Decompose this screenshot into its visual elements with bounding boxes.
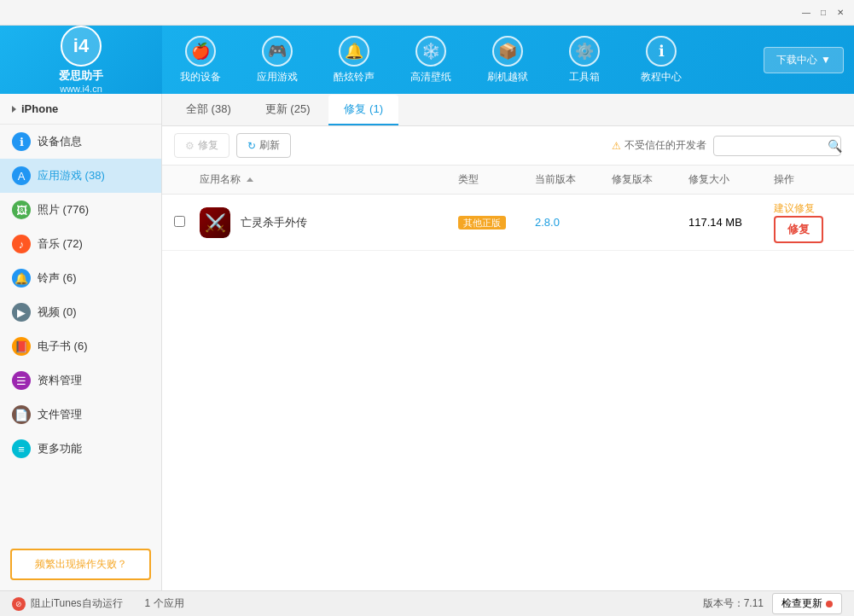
data-mgmt-icon: ☰ [12,371,31,390]
refresh-label: 刷新 [259,138,280,153]
ebook-label: 电子书 (6) [38,339,88,354]
my-device-label: 我的设备 [180,70,221,84]
nav-right: 下载中心 ▼ [764,47,854,73]
version-label: 版本号：7.11 [703,596,764,611]
ringtone-label: 铃声 (6) [38,270,77,286]
type-column-header: 类型 [458,172,535,187]
minimize-button[interactable]: — [799,6,813,20]
check-update-button[interactable]: 检查更新 [772,593,842,614]
device-name: iPhone [21,102,58,115]
file-mgmt-icon: 📄 [12,405,31,424]
name-column-header: 应用名称 [200,172,458,187]
row-fix-size: 117.14 MB [688,216,774,229]
wallpaper-label: 高清壁纸 [410,70,451,84]
logo-icon: i4 [61,26,102,67]
app-games-label: 应用游戏 (38) [38,168,105,183]
sidebar-item-more-func[interactable]: ≡ 更多功能 [0,432,161,466]
sort-arrow-icon [247,177,253,182]
tab-all[interactable]: 全部 (38) [171,95,247,125]
video-icon: ▶ [12,303,31,322]
my-device-icon: 🍎 [185,36,216,67]
logo-name: 爱思助手 [59,68,103,84]
itunes-icon: ⊘ [12,597,26,611]
device-info-icon: ℹ [12,132,31,151]
sidebar-item-ebook[interactable]: 📕 电子书 (6) [0,329,161,363]
sidebar-item-music[interactable]: ♪ 音乐 (72) [0,227,161,261]
nav-tab-jailbreak[interactable]: 📦 刷机越狱 [469,26,546,94]
table-row: ⚔️ 亡灵杀手外传 其他正版 2.8.0 117.14 MB 建议修复 修复 [162,195,854,251]
main-container: iPhone ℹ 设备信息 A 应用游戏 (38) 🖼 照片 (776) ♪ 音… [0,94,854,590]
sidebar-item-app-games[interactable]: A 应用游戏 (38) [0,159,161,193]
status-right: 版本号：7.11 检查更新 [703,593,842,614]
type-badge: 其他正版 [458,216,506,230]
itunes-label: 阻止iTunes自动运行 [31,596,123,611]
nav-tab-tutorials[interactable]: ℹ 教程中心 [623,26,700,94]
refresh-button[interactable]: ↻ 刷新 [236,133,291,158]
sidebar-item-file-mgmt[interactable]: 📄 文件管理 [0,398,161,432]
app-name-label: 亡灵杀手外传 [241,215,307,230]
nav-tab-app-game[interactable]: 🎮 应用游戏 [239,26,316,94]
current-version-header: 当前版本 [535,172,612,187]
header: i4 爱思助手 www.i4.cn 🍎 我的设备 🎮 应用游戏 🔔 酷炫铃声 ❄… [0,26,854,94]
row-checkbox[interactable] [174,216,200,230]
more-func-icon: ≡ [12,439,31,458]
nav-tab-toolbox[interactable]: ⚙️ 工具箱 [546,26,623,94]
row-version: 2.8.0 [535,216,612,229]
toolbox-label: 工具箱 [569,70,600,84]
row-type: 其他正版 [458,216,535,230]
sidebar-item-device-info[interactable]: ℹ 设备信息 [0,125,161,159]
tutorials-label: 教程中心 [641,70,682,84]
triangle-icon [12,106,16,113]
app-count: 1 个应用 [145,596,184,611]
ringtone-icon: 🔔 [12,269,31,288]
sidebar-item-ringtone[interactable]: 🔔 铃声 (6) [0,261,161,295]
untrusted-developer: ⚠ 不受信任的开发者 [612,138,706,153]
tab-repair[interactable]: 修复 (1) [328,95,398,125]
version-text: 2.8.0 [535,216,560,229]
sidebar-item-photos[interactable]: 🖼 照片 (776) [0,193,161,227]
table-header: 应用名称 类型 当前版本 修复版本 修复大小 操作 [162,166,854,195]
repair-toolbar-button[interactable]: ⚙ 修复 [174,133,229,158]
fix-version-header: 修复版本 [612,172,688,187]
nav-tab-ringtone[interactable]: 🔔 酷炫铃声 [316,26,392,94]
fix-size-header: 修复大小 [688,172,774,187]
tab-bar: 全部 (38)更新 (25)修复 (1) [162,94,854,126]
jailbreak-icon: 📦 [492,36,523,67]
device-info-label: 设备信息 [38,134,82,149]
photos-label: 照片 (776) [38,202,89,218]
nav-tab-wallpaper[interactable]: ❄️ 高清壁纸 [392,26,469,94]
jailbreak-label: 刷机越狱 [487,70,528,84]
music-label: 音乐 (72) [38,236,83,252]
title-bar: — □ ✕ [0,0,854,26]
fix-action-button[interactable]: 修复 [774,216,823,243]
sidebar-item-data-mgmt[interactable]: ☰ 资料管理 [0,363,161,398]
video-label: 视频 (0) [38,305,77,320]
file-mgmt-label: 文件管理 [38,407,82,422]
ebook-icon: 📕 [12,337,31,356]
sidebar: iPhone ℹ 设备信息 A 应用游戏 (38) 🖼 照片 (776) ♪ 音… [0,94,162,590]
toolbox-icon: ⚙️ [569,36,600,67]
close-button[interactable]: ✕ [834,6,847,20]
photos-icon: 🖼 [12,200,31,219]
row-app-name: ⚔️ 亡灵杀手外传 [200,207,458,238]
row-action: 建议修复 修复 [774,201,842,243]
search-area: ⚠ 不受信任的开发者 🔍 [612,136,842,156]
trouble-button[interactable]: 频繁出现操作失败？ [10,549,151,580]
nav-tabs: 🍎 我的设备 🎮 应用游戏 🔔 酷炫铃声 ❄️ 高清壁纸 📦 刷机越狱 ⚙️ 工… [162,26,764,94]
untrusted-label: 不受信任的开发者 [625,138,706,153]
download-center-button[interactable]: 下载中心 ▼ [764,47,844,73]
status-left: ⊘ 阻止iTunes自动运行 1 个应用 [12,596,184,611]
maximize-button[interactable]: □ [816,6,830,20]
sidebar-items: ℹ 设备信息 A 应用游戏 (38) 🖼 照片 (776) ♪ 音乐 (72) … [0,125,161,466]
app-game-icon: 🎮 [262,36,293,67]
sidebar-item-video[interactable]: ▶ 视频 (0) [0,295,161,329]
search-input[interactable] [713,136,841,156]
tab-update[interactable]: 更新 (25) [250,95,326,125]
nav-tab-my-device[interactable]: 🍎 我的设备 [162,26,239,94]
checkbox-input[interactable] [174,216,185,227]
music-icon: ♪ [12,235,31,253]
data-mgmt-label: 资料管理 [38,373,82,388]
app-game-label: 应用游戏 [257,70,298,84]
download-arrow-icon: ▼ [821,54,831,66]
content-area: 全部 (38)更新 (25)修复 (1) ⚙ 修复 ↻ 刷新 ⚠ 不受信任的开发… [162,94,854,590]
